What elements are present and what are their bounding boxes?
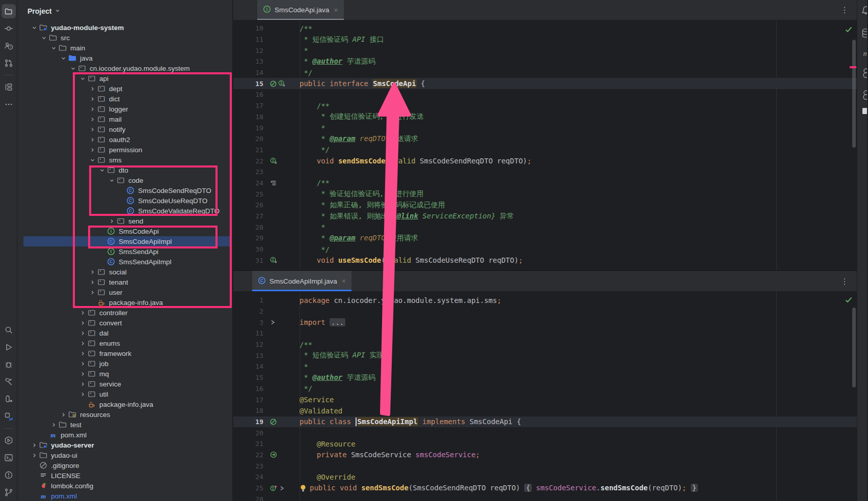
chevron-down-icon[interactable] — [68, 64, 77, 72]
chevron-down-icon[interactable] — [97, 166, 106, 174]
tree-item-dict[interactable]: dict — [17, 94, 232, 104]
code-line-11[interactable]: 11 — [233, 328, 857, 339]
code-line-17[interactable]: 17@Service — [233, 394, 857, 405]
tool-button-bean[interactable] — [860, 67, 867, 79]
code-line-12[interactable]: 12 * — [233, 45, 857, 56]
code-line-28[interactable]: 28 — [233, 493, 857, 501]
code-line-20[interactable]: 20 * @param reqDTO 发送请求 — [233, 133, 857, 145]
tree-item-code[interactable]: code — [17, 175, 232, 185]
editor-options-menu-icon[interactable]: ⋮ — [840, 276, 849, 286]
chevron-right-icon[interactable] — [88, 95, 97, 103]
tree-item-smscodeapi[interactable]: ISmsCodeApi — [17, 226, 232, 236]
tree-item-convert[interactable]: convert — [17, 318, 232, 328]
code-line-14[interactable]: 14 * — [233, 361, 857, 372]
chevron-right-icon[interactable] — [78, 390, 87, 398]
chevron-right-icon[interactable] — [88, 135, 97, 144]
close-icon[interactable]: × — [342, 277, 346, 285]
chevron-right-icon[interactable] — [78, 370, 87, 378]
editor-smscodeapiimpl[interactable]: 1package cn.iocoder.yudao.module.system.… — [233, 292, 857, 501]
chevron-right-icon[interactable] — [88, 146, 97, 154]
tree-item-social[interactable]: social — [17, 267, 232, 277]
tool-button-build[interactable] — [2, 375, 16, 389]
chevron-down-icon[interactable] — [78, 74, 87, 82]
tree-item-package-info-java[interactable]: package-info.java — [17, 399, 232, 409]
tree-item-dto[interactable]: dto — [17, 165, 232, 175]
tree-item-permission[interactable]: permission — [17, 145, 232, 155]
code-line-26[interactable]: 26 * 如果正确, 则将验证码标记成已使用 — [233, 200, 857, 211]
tree-item-sms[interactable]: sms — [17, 155, 232, 165]
tree-item-smscodeapiimpl[interactable]: CSmsCodeApiImpl — [17, 236, 232, 246]
close-icon[interactable]: × — [334, 6, 338, 14]
tree-item-lombok-config[interactable]: lombok.config — [17, 481, 232, 491]
chevron-right-icon[interactable] — [88, 268, 97, 276]
tree-item-smscodeusereqdto[interactable]: CSmsCodeUseReqDTO — [17, 196, 232, 206]
tree-item-cn-iocoder-yudao-module-system[interactable]: cn.iocoder.yudao.module.system — [17, 63, 232, 73]
tool-button-problems[interactable] — [2, 468, 16, 482]
code-line-3[interactable]: 3import ... — [233, 317, 857, 328]
chevron-down-icon[interactable] — [59, 54, 68, 62]
chevron-right-icon[interactable] — [88, 115, 97, 123]
tree-item-yudao-ui[interactable]: yudao-ui — [17, 450, 232, 460]
tool-button-maven[interactable]: m — [860, 47, 867, 60]
code-line-25[interactable]: 25 * 验证短信验证码, 并进行使用 — [233, 188, 857, 200]
code-line-28[interactable]: 28 * — [233, 221, 857, 233]
tool-button-commit[interactable] — [2, 21, 16, 36]
tree-item-smscodevalidatereqdto[interactable]: CSmsCodeValidateReqDTO — [17, 206, 232, 216]
tree-item--gitignore[interactable]: .gitignore — [17, 460, 232, 470]
impl-slash-icon[interactable] — [270, 80, 277, 87]
chevron-right-icon[interactable] — [88, 85, 97, 93]
code-line-30[interactable]: 30 */ — [233, 244, 857, 255]
inspections-ok-icon[interactable] — [845, 25, 852, 35]
intention-bulb-icon[interactable] — [300, 484, 307, 492]
code-line-19[interactable]: 19 * — [233, 122, 857, 133]
tree-item-enums[interactable]: enums — [17, 338, 232, 348]
tree-item-smssendapi[interactable]: ISmsSendApi — [17, 246, 232, 257]
tool-button-version-control[interactable] — [2, 485, 16, 499]
tree-item-yudao-module-system[interactable]: yudao-module-system — [17, 22, 232, 33]
code-line-23[interactable]: 23 — [233, 166, 857, 178]
tool-button-run-anything[interactable] — [2, 433, 16, 448]
tree-item-java[interactable]: java — [17, 53, 232, 63]
code-line-13[interactable]: 13 * 短信验证码 API 实现类 — [233, 350, 857, 361]
code-line-25[interactable]: 25public void sendSmsCode(SmsCodeSendReq… — [233, 483, 857, 494]
chevron-right-icon[interactable] — [88, 105, 97, 113]
tool-button-more-tools[interactable] — [2, 97, 16, 112]
editor-smscodeapi[interactable]: 10/**11 * 短信验证码 API 接口12 *13 * @author 芋… — [233, 20, 857, 270]
impl-slash-icon[interactable] — [270, 419, 277, 425]
chevron-right-icon[interactable] — [88, 288, 97, 296]
tool-button-notifications-bell[interactable] — [860, 5, 867, 17]
chevron-right-icon[interactable] — [59, 410, 68, 419]
code-line-23[interactable]: 23 — [233, 460, 857, 471]
tool-button-project-folder[interactable] — [2, 4, 16, 18]
code-line-29[interactable]: 29 * @param reqDTO 使用请求 — [233, 233, 857, 244]
code-line-18[interactable]: 18 * 创建短信验证码, 并进行发送 — [233, 112, 857, 123]
fold-icon[interactable] — [279, 485, 285, 491]
impl-down-icon[interactable] — [278, 80, 286, 87]
tree-item-job[interactable]: job — [17, 358, 232, 369]
tool-button-pull-requests[interactable] — [2, 56, 16, 70]
code-line-16[interactable]: 16 — [233, 89, 857, 100]
project-panel-title[interactable]: Project — [28, 7, 51, 15]
chevron-right-icon[interactable] — [88, 278, 97, 286]
code-line-13[interactable]: 13 * @author 芋道源码 — [233, 56, 857, 67]
chevron-right-icon[interactable] — [88, 125, 97, 133]
tool-button-run[interactable] — [2, 340, 16, 354]
code-line-1[interactable]: 1package cn.iocoder.yudao.module.system.… — [233, 295, 857, 306]
tree-item-main[interactable]: main — [17, 43, 232, 53]
tree-item-mail[interactable]: mail — [17, 114, 232, 124]
code-line-15[interactable]: 15public interface SmsCodeApi { — [233, 78, 857, 89]
tree-item-pom-xml[interactable]: mpom.xml — [17, 430, 232, 440]
tool-button-terminal[interactable] — [2, 451, 16, 465]
code-line-2[interactable]: 2 — [233, 306, 857, 317]
code-line-15[interactable]: 15 * @author 芋道源码 — [233, 372, 857, 383]
chevron-down-icon[interactable] — [88, 156, 97, 164]
tree-item-util[interactable]: util — [17, 389, 232, 399]
scrollbar-thumb[interactable] — [852, 308, 856, 387]
tree-item-oauth2[interactable]: oauth2 — [17, 134, 232, 145]
tab-smscodeapi-java[interactable]: I SmsCodeApi.java × — [257, 0, 344, 20]
code-line-27[interactable]: 27 * 如果错误, 则抛出 {@link ServiceException} … — [233, 211, 857, 222]
chevron-down-icon[interactable] — [55, 7, 61, 15]
code-line-31[interactable]: 31 void useSmsCode(@Valid SmsCodeUseReqD… — [233, 255, 857, 266]
tree-item-api[interactable]: api — [17, 73, 232, 84]
fold-icon[interactable] — [270, 319, 276, 325]
